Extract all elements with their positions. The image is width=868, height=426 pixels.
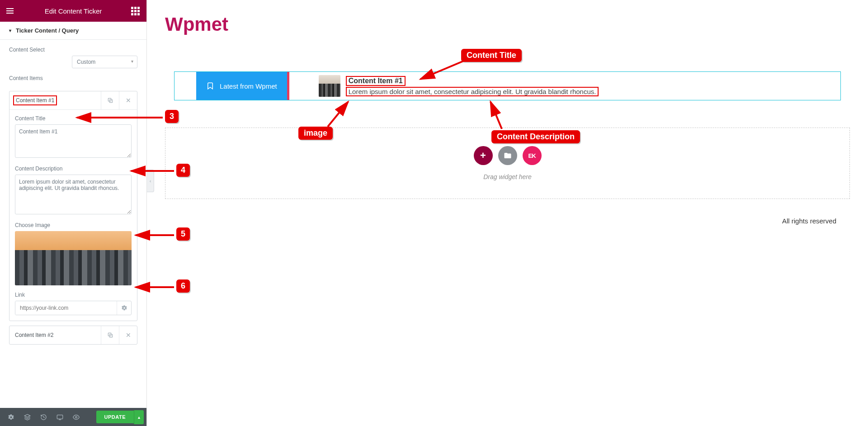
content-ticker-widget[interactable]: Latest from Wpmet Content Item #1 Lorem …	[174, 71, 841, 100]
duplicate-item-2-icon[interactable]	[101, 326, 119, 344]
svg-line-10	[328, 102, 348, 127]
footer-text: All rights reserved	[179, 217, 836, 225]
annotation-content-description: Content Description	[491, 130, 580, 143]
remove-item-2-icon[interactable]: ✕	[119, 326, 137, 344]
dropzone-hint: Drag widget here	[184, 173, 831, 180]
repeater-item-1-body: Content Title Content Description Choose…	[9, 109, 137, 321]
panel-title: Edit Content Ticker	[15, 7, 131, 15]
content-select-label: Content Select	[9, 47, 137, 53]
section-ticker-content[interactable]: ▾ Ticker Content / Query	[0, 22, 146, 40]
panel-body: ▾ Ticker Content / Query Content Select …	[0, 22, 146, 408]
annotation-content-title: Content Title	[461, 49, 522, 62]
panel-header: Edit Content Ticker	[0, 0, 146, 22]
update-options-dropdown[interactable]: ▴	[134, 410, 144, 424]
content-select-dropdown[interactable]: Custom	[72, 56, 137, 68]
annotation-number-5: 5	[176, 227, 190, 241]
choose-image-label: Choose Image	[15, 222, 132, 228]
ticker-item-description: Lorem ipsum dolor sit amet, consectetur …	[346, 87, 599, 96]
bookmark-icon	[206, 82, 214, 90]
svg-point-8	[75, 416, 77, 418]
caret-down-icon: ▾	[9, 28, 11, 33]
annotation-number-6: 6	[176, 279, 190, 293]
image-picker[interactable]	[15, 231, 132, 285]
panel-footer: UPDATE ▴	[0, 408, 146, 426]
link-label: Link	[15, 292, 132, 298]
svg-line-11	[491, 102, 502, 129]
preview-eye-icon[interactable]	[68, 408, 84, 426]
repeater-item-2-header[interactable]: Content Item #2 ✕	[9, 326, 137, 344]
ticker-text: Content Item #1 Lorem ipsum dolor sit am…	[340, 72, 604, 100]
settings-gear-icon[interactable]	[3, 408, 19, 426]
annotation-image: image	[298, 127, 333, 140]
link-row	[15, 301, 132, 315]
ticker-item-title: Content Item #1	[346, 76, 406, 86]
svg-marker-4	[24, 414, 30, 417]
repeater-item-1-title: Content Item #1	[13, 95, 57, 105]
ticker-badge: Latest from Wpmet	[196, 72, 287, 100]
remove-item-icon[interactable]: ✕	[119, 91, 137, 109]
link-input[interactable]	[15, 301, 117, 315]
navigator-layers-icon[interactable]	[19, 408, 35, 426]
content-select-row: Content Select Custom	[9, 47, 137, 68]
preview-canvas: Wpmet Latest from Wpmet Content Item #1 …	[147, 0, 868, 426]
ticker-thumbnail-image	[319, 75, 340, 97]
section-content: Content Select Custom Content Items Cont…	[0, 40, 146, 356]
widgets-grid-icon[interactable]	[131, 7, 142, 15]
responsive-icon[interactable]	[52, 408, 68, 426]
content-items-row: Content Items	[9, 75, 137, 84]
svg-rect-5	[57, 415, 63, 419]
ticker-left-pad	[175, 72, 196, 100]
content-description-label: Content Description	[15, 166, 132, 172]
content-description-input[interactable]	[15, 175, 132, 214]
duplicate-item-icon[interactable]	[101, 91, 119, 109]
ticker-badge-text: Latest from Wpmet	[220, 82, 277, 90]
elementskit-button[interactable]: EK	[523, 146, 542, 165]
section-title: Ticker Content / Query	[16, 27, 79, 34]
template-library-button[interactable]	[498, 146, 517, 165]
repeater-item-2-title: Content Item #2	[9, 332, 101, 338]
repeater-item-1-header[interactable]: Content Item #1 ✕	[9, 91, 137, 109]
content-title-input[interactable]	[15, 124, 132, 158]
editor-panel: Edit Content Ticker ▾ Ticker Content / Q…	[0, 0, 147, 426]
update-button[interactable]: UPDATE	[96, 411, 134, 423]
site-title: Wpmet	[165, 14, 854, 35]
repeater-item-1: Content Item #1 ✕ Content Title Content …	[9, 91, 137, 321]
annotation-number-4: 4	[176, 164, 190, 177]
history-icon[interactable]	[35, 408, 52, 426]
annotation-number-3: 3	[165, 110, 179, 123]
content-items-label: Content Items	[9, 75, 137, 81]
hamburger-menu-icon[interactable]	[5, 6, 15, 15]
add-section-button[interactable]: +	[474, 146, 493, 165]
link-options-gear-icon[interactable]	[117, 301, 131, 315]
repeater-item-2: Content Item #2 ✕	[9, 326, 137, 345]
content-title-label: Content Title	[15, 115, 132, 122]
